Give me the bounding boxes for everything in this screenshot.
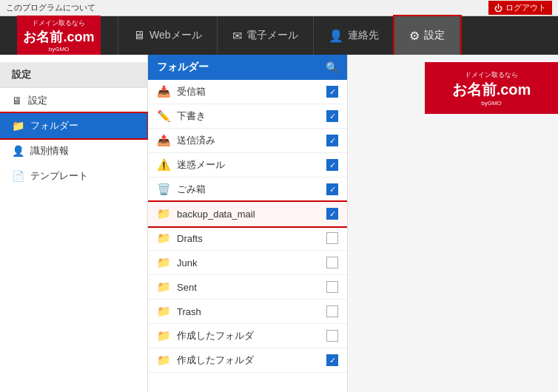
folder-row-junk-jp[interactable]: ⚠️ 迷惑メール [148,153,347,178]
folder-icon-drafts: 📁 [157,232,171,245]
folder-row-junk[interactable]: 📁 Junk [148,251,347,275]
folder-check-drafts[interactable] [326,232,338,244]
folder-name-sent: Sent [177,282,320,293]
ad-name: お名前.com [452,80,531,100]
folder-name-created1: 作成したフォルダ [177,329,320,342]
folder-row-inbox[interactable]: 📥 受信箱 [148,80,347,104]
person-icon: 👤 [12,145,24,157]
right-panel: ドメイン取るなら お名前.com byGMO [348,55,558,392]
sidebar-item-folders[interactable]: 📁 フォルダー [0,113,147,138]
sidebar-item-identity[interactable]: 👤 識別情報 [0,138,147,163]
logo: ドメイン取るなら お名前.com byGMO [17,16,100,55]
folder-row-trash-jp[interactable]: 🗑️ ごみ箱 [148,178,347,202]
email-icon: ✉ [232,29,242,43]
folder-name-junk: Junk [177,257,320,268]
folder-name-junk-jp: 迷惑メール [177,158,320,172]
document-icon: 📄 [12,170,24,182]
gear-icon: ⚙ [409,29,420,43]
folder-name-inbox: 受信箱 [177,85,320,98]
folder-row-sent-jp[interactable]: 📤 送信済み [148,129,347,153]
folder-name-drafts: Drafts [177,233,320,244]
folder-check-inbox[interactable] [326,86,338,98]
folder-row-trash[interactable]: 📁 Trash [148,300,347,324]
folder-row-sent[interactable]: 📁 Sent [148,275,347,300]
title-bar-text: このプログラムについて [6,2,95,13]
folder-check-created1[interactable] [326,330,338,342]
folder-check-junk-jp[interactable] [326,159,338,171]
folder-icon-created1: 📁 [157,329,171,342]
sidebar: 設定 🖥 設定 📁 フォルダー 👤 識別情報 📄 テンプレート [0,55,148,392]
monitor-icon: 🖥 [12,95,22,107]
folder-check-trash[interactable] [326,305,338,317]
nav-items: 🖥 Webメール ✉ 電子メール 👤 連絡先 ⚙ 設定 [118,16,558,55]
folder-check-backup[interactable] [326,208,338,220]
nav-item-webmail[interactable]: 🖥 Webメール [118,16,218,55]
inbox-icon: 📥 [157,85,171,98]
folder-icon-backup: 📁 [157,207,171,220]
logo-area: ドメイン取るなら お名前.com byGMO [0,16,118,55]
folder-icon-trash: 📁 [157,305,171,318]
folder-check-trash-jp[interactable] [326,183,338,195]
logout-button[interactable]: ⏻ ログアウト [488,1,552,15]
sidebar-item-settings[interactable]: 🖥 設定 [0,88,147,113]
contacts-icon: 👤 [329,29,343,43]
folder-check-drafts-jp[interactable] [326,110,338,122]
sidebar-item-template[interactable]: 📄 テンプレート [0,163,147,189]
folder-check-sent[interactable] [326,281,338,293]
nav-item-email[interactable]: ✉ 電子メール [218,16,314,55]
logo-tagline: ドメイン取るなら [23,18,94,28]
send-icon: 📤 [157,134,171,147]
folder-name-drafts-jp: 下書き [177,109,320,123]
folder-name-sent-jp: 送信済み [177,134,320,147]
folder-row-drafts-jp[interactable]: ✏️ 下書き [148,104,347,129]
folder-row-backup[interactable]: 📁 backup_data_mail [148,202,347,226]
ad-banner: ドメイン取るなら お名前.com byGMO [425,62,558,114]
ad-tagline: ドメイン取るなら [465,70,518,80]
folder-row-created2[interactable]: 📁 作成したフォルダ [148,348,347,373]
nav-item-settings[interactable]: ⚙ 設定 [394,16,460,55]
folder-icon-junk: 📁 [157,256,171,269]
top-nav: ドメイン取るなら お名前.com byGMO 🖥 Webメール ✉ 電子メール … [0,16,558,55]
folder-row-drafts[interactable]: 📁 Drafts [148,226,347,251]
main-content: 設定 🖥 設定 📁 フォルダー 👤 識別情報 📄 テンプレート フォルダー 🔍 … [0,55,558,392]
folder-name-created2: 作成したフォルダ [177,354,320,367]
folder-check-created2[interactable] [326,354,338,366]
folder-name-trash: Trash [177,306,320,317]
logo-name: お名前.com [23,28,94,46]
title-bar-right: ⏻ ログアウト [488,1,552,15]
sidebar-title: 設定 [0,62,147,88]
pencil-icon: ✏️ [157,109,171,123]
title-bar: このプログラムについて ⏻ ログアウト [0,0,558,16]
folder-name-backup: backup_data_mail [177,209,320,220]
search-icon[interactable]: 🔍 [326,61,338,73]
power-icon: ⏻ [494,4,502,13]
folder-check-sent-jp[interactable] [326,135,338,146]
trash-icon: 🗑️ [157,183,171,196]
folder-icon: 📁 [12,120,24,132]
folder-icon-created2: 📁 [157,354,171,367]
monitor-icon: 🖥 [133,29,145,42]
folder-header-title: フォルダー [157,61,209,74]
logo-sub: byGMO [23,46,94,53]
warning-icon: ⚠️ [157,158,171,172]
folder-list: 📥 受信箱 ✏️ 下書き 📤 送信済み ⚠️ 迷惑メール [148,80,347,392]
folder-check-junk[interactable] [326,257,338,268]
ad-sub: byGMO [481,100,502,107]
folder-panel: フォルダー 🔍 📥 受信箱 ✏️ 下書き 📤 送信済み [148,55,348,392]
nav-item-contacts[interactable]: 👤 連絡先 [314,16,394,55]
folder-name-trash-jp: ごみ箱 [177,183,320,196]
folder-header: フォルダー 🔍 [148,55,347,80]
folder-row-created1[interactable]: 📁 作成したフォルダ [148,324,347,348]
folder-icon-sent: 📁 [157,280,171,294]
